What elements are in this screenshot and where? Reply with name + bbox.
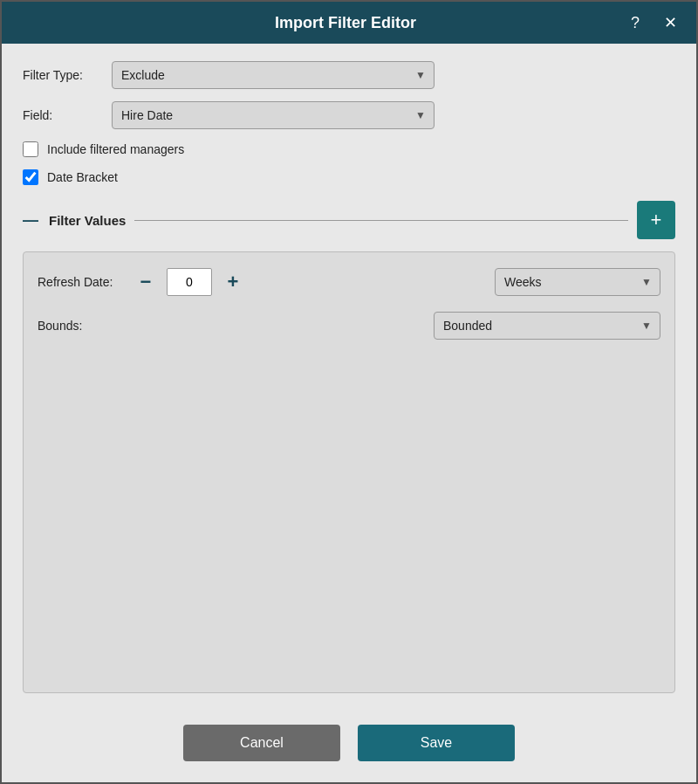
filter-values-line	[134, 220, 628, 221]
help-button[interactable]: ?	[623, 10, 647, 35]
refresh-date-row: Refresh Date: − + Weeks Days Months Year…	[38, 268, 660, 296]
filter-type-select[interactable]: Exclude Include	[112, 61, 435, 89]
include-filtered-row: Include filtered managers	[23, 141, 675, 157]
bounds-row: Bounds: Bounded Unbounded Lower Unbounde…	[38, 312, 660, 340]
filter-type-row: Filter Type: Exclude Include	[23, 61, 675, 89]
save-button[interactable]: Save	[358, 725, 515, 761]
dialog-title: Import Filter Editor	[68, 14, 623, 32]
date-bracket-checkbox[interactable]	[23, 169, 38, 185]
date-bracket-row: Date Bracket	[23, 169, 675, 185]
date-bracket-label: Date Bracket	[47, 170, 118, 184]
bounds-select-wrapper: Bounded Unbounded Lower Unbounded Upper …	[434, 312, 660, 340]
add-filter-value-button[interactable]: +	[637, 201, 675, 239]
include-filtered-checkbox[interactable]	[23, 141, 38, 157]
close-button[interactable]: ✕	[658, 10, 682, 35]
filter-values-header: — Filter Values +	[23, 201, 675, 239]
stepper-minus-button[interactable]: −	[133, 270, 158, 294]
bounds-label: Bounds:	[38, 319, 125, 333]
import-filter-editor-dialog: Import Filter Editor ? ✕ Filter Type: Ex…	[0, 0, 698, 784]
filter-panel: Refresh Date: − + Weeks Days Months Year…	[23, 251, 675, 693]
filter-values-label: Filter Values	[49, 213, 126, 228]
field-select-wrapper: Hire Date Start Date End Date	[112, 101, 435, 129]
filter-type-select-wrapper: Exclude Include	[112, 61, 435, 89]
field-select[interactable]: Hire Date Start Date End Date	[112, 101, 435, 129]
filter-values-dash: —	[23, 211, 38, 230]
title-bar-icons: ? ✕	[623, 10, 682, 35]
cancel-button[interactable]: Cancel	[183, 725, 340, 761]
filter-type-label: Filter Type:	[23, 68, 101, 82]
bounds-select[interactable]: Bounded Unbounded Lower Unbounded Upper …	[434, 312, 660, 340]
include-filtered-label: Include filtered managers	[47, 142, 184, 156]
refresh-date-label: Refresh Date:	[38, 275, 125, 289]
field-label: Field:	[23, 108, 101, 122]
field-row: Field: Hire Date Start Date End Date	[23, 101, 675, 129]
refresh-date-input[interactable]	[167, 268, 212, 296]
weeks-select-wrapper: Weeks Days Months Years	[495, 268, 660, 296]
stepper-plus-button[interactable]: +	[221, 270, 245, 294]
dialog-footer: Cancel Save	[2, 711, 696, 782]
title-bar: Import Filter Editor ? ✕	[2, 2, 696, 44]
weeks-select[interactable]: Weeks Days Months Years	[495, 268, 660, 296]
dialog-body: Filter Type: Exclude Include Field: Hire…	[2, 44, 696, 711]
